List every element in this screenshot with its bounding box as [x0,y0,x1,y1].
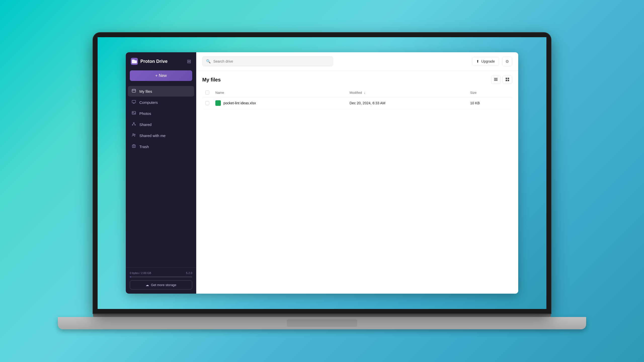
storage-used: 0 bytes / 2.00 GB [130,272,151,275]
sidebar-item-label-shared-with-me: Shared with me [139,133,166,138]
svg-rect-23 [506,78,507,79]
shared-icon [131,122,136,127]
file-name-cell: pocket-lint ideas.xlsx [212,97,346,109]
search-icon: 🔍 [206,59,211,64]
svg-point-14 [135,134,135,135]
file-modified: Dec 20, 2024, 6:33 AM [346,97,467,109]
sidebar-logo: Proton Drive [131,58,168,65]
grid-view-icon [505,77,509,81]
sidebar-item-trash[interactable]: Trash [128,141,194,152]
svg-rect-25 [506,80,507,81]
row-checkbox[interactable] [205,101,209,105]
sidebar-item-my-files[interactable]: My files [128,86,194,97]
select-all-header [202,88,212,97]
storage-bar-fill [130,277,131,277]
storage-version: 5.2.0 [186,272,192,275]
select-all-checkbox[interactable] [205,90,209,95]
sidebar-item-label-trash: Trash [139,145,149,149]
list-view-button[interactable] [491,76,501,84]
file-table: Name Modified ↓ Size [202,88,512,109]
view-toggle [491,76,512,84]
name-column-header[interactable]: Name [212,88,346,97]
modified-column-header[interactable]: Modified ↓ [346,88,467,97]
grid-view-button[interactable] [503,76,512,84]
svg-rect-22 [494,80,498,81]
sidebar-item-label-photos: Photos [139,111,151,116]
table-row[interactable]: pocket-lint ideas.xlsx Dec 20, 2024, 6:3… [202,97,512,109]
laptop-base [58,317,586,329]
file-size: 10 KB [467,97,512,109]
trash-icon [131,144,136,149]
shared-with-me-icon [131,133,136,138]
grid-icon[interactable]: ⊞ [187,58,191,64]
upgrade-label: Upgrade [481,59,495,63]
svg-rect-15 [132,145,135,148]
svg-point-10 [135,125,136,125]
screen-background: Proton Drive ⊞ + New [98,37,546,309]
page-title: My files [202,77,221,83]
size-column-header[interactable]: Size [467,88,512,97]
sidebar-item-photos[interactable]: Photos [128,108,194,119]
sort-arrow: ↓ [364,91,366,95]
laptop-hinge [93,313,551,317]
get-more-storage-button[interactable]: ☁ Get more storage [130,280,192,290]
sidebar: Proton Drive ⊞ + New [126,52,196,294]
photos-icon [131,111,136,116]
sidebar-item-label-shared: Shared [139,122,151,127]
svg-rect-1 [132,89,136,92]
main-content: 🔍 ⬆ Upgrade ⚙ [196,52,518,294]
svg-line-12 [134,123,135,125]
laptop-shell: Proton Drive ⊞ + New [93,33,551,329]
new-button[interactable]: + New [130,70,192,81]
svg-rect-26 [508,80,509,81]
laptop-screen-bezel: Proton Drive ⊞ + New [93,33,551,313]
svg-line-11 [133,123,134,125]
upgrade-icon: ⬆ [476,59,479,63]
svg-point-13 [133,134,134,135]
get-storage-icon: ☁ [146,283,149,287]
sidebar-item-computers[interactable]: Computers [128,97,194,108]
list-view-icon [494,77,498,81]
svg-point-8 [133,122,134,123]
sidebar-item-label-my-files: My files [139,89,152,94]
sidebar-item-shared[interactable]: Shared [128,119,194,130]
sidebar-header: Proton Drive ⊞ [126,52,196,70]
storage-bar [130,277,192,277]
laptop-trackpad [287,319,357,327]
my-files-icon [131,89,136,94]
computers-icon [131,100,136,105]
file-list: pocket-lint ideas.xlsx Dec 20, 2024, 6:3… [202,97,512,109]
sidebar-footer: 0 bytes / 2.00 GB 5.2.0 ☁ Get more stora… [126,267,196,294]
proton-drive-logo-icon [131,58,138,65]
svg-rect-24 [508,78,509,79]
logo-text: Proton Drive [140,59,168,64]
file-area: My files [196,71,518,294]
sidebar-item-label-computers: Computers [139,100,158,105]
get-storage-label: Get more storage [151,283,176,287]
settings-button[interactable]: ⚙ [502,57,512,66]
app-window: Proton Drive ⊞ + New [126,52,518,294]
search-input[interactable] [213,59,329,63]
file-type-icon [215,100,221,106]
sidebar-item-shared-with-me[interactable]: Shared with me [128,130,194,141]
file-area-header: My files [202,76,512,84]
header-actions: ⬆ Upgrade ⚙ [472,57,512,66]
svg-rect-3 [132,100,136,103]
svg-rect-20 [494,78,498,79]
main-header: 🔍 ⬆ Upgrade ⚙ [196,52,518,71]
sidebar-nav: My files Computers [126,86,196,267]
storage-info: 0 bytes / 2.00 GB 5.2.0 [130,272,192,275]
file-name: pocket-lint ideas.xlsx [223,101,256,105]
upgrade-button[interactable]: ⬆ Upgrade [472,57,499,66]
file-table-header: Name Modified ↓ Size [202,88,512,97]
settings-icon: ⚙ [505,59,509,64]
search-box[interactable]: 🔍 [202,56,333,66]
svg-rect-21 [494,79,498,80]
svg-point-9 [132,125,133,125]
row-checkbox-cell [202,97,212,109]
